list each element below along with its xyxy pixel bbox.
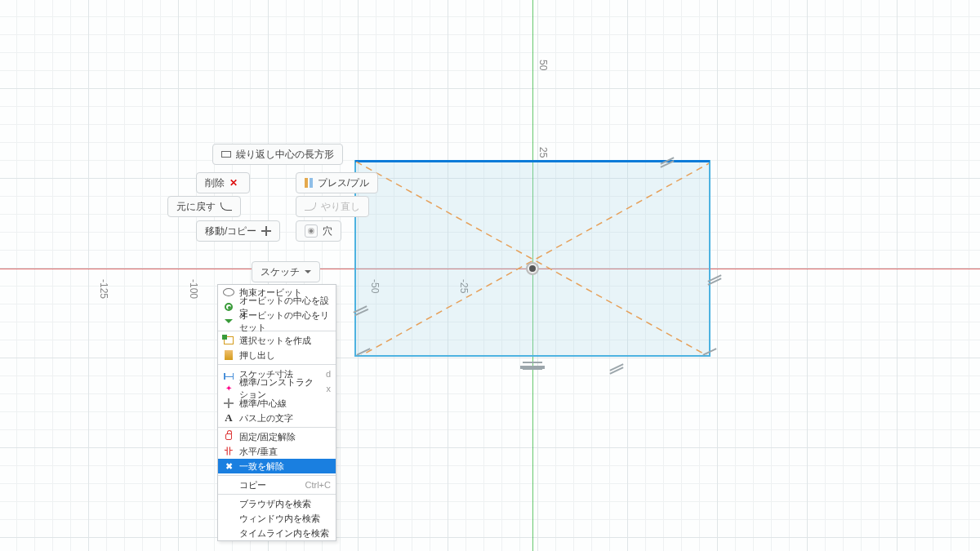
menu-label: オービットの中心をリセット	[239, 309, 331, 334]
chip-label: 繰り返し中心の長方形	[236, 148, 334, 162]
hole-button[interactable]: 穴	[296, 220, 341, 242]
axis-label: -125	[98, 279, 109, 299]
construction-icon: ✦	[223, 383, 234, 394]
menu-create-selection-set[interactable]: 選択セットを作成	[218, 333, 336, 348]
blank-icon	[223, 479, 234, 491]
hole-icon	[305, 224, 318, 238]
menu-break-coincident[interactable]: ✖ 一致を解除	[218, 459, 336, 473]
menu-label: 標準/中心線	[239, 398, 287, 410]
menu-search-window[interactable]: ウィンドウ内を検索	[218, 511, 336, 526]
sketch-dropdown[interactable]: スケッチ	[252, 261, 320, 282]
redo-button[interactable]: やり直し	[296, 196, 369, 217]
menu-label: 一致を解除	[239, 460, 284, 473]
chip-label: プレス/プル	[318, 176, 369, 190]
selection-set-icon	[223, 335, 234, 346]
menu-label: パス上の文字	[239, 412, 293, 424]
pin-icon	[223, 316, 234, 327]
lock-icon	[223, 431, 234, 442]
axis-label: -100	[188, 279, 199, 299]
constraint-tick-icon	[660, 160, 675, 167]
menu-normal-construction[interactable]: ✦ 標準/コンストラクション x	[218, 381, 336, 396]
undo-button[interactable]: 元に戻す	[167, 196, 241, 217]
constraint-tick-icon	[609, 367, 624, 373]
centerline-icon	[223, 398, 234, 409]
chip-label: 削除	[205, 176, 225, 190]
origin-point-icon[interactable]	[528, 264, 537, 273]
chip-label: やり直し	[321, 200, 360, 214]
presspull-button[interactable]: プレス/プル	[296, 172, 378, 193]
menu-label: タイムライン内を検索	[239, 527, 329, 540]
menu-search-timeline[interactable]: タイムライン内を検索	[218, 526, 336, 540]
undo-icon	[220, 202, 232, 211]
menu-label: コピー	[239, 479, 266, 491]
blank-icon	[223, 498, 234, 509]
orbit-icon	[223, 287, 234, 298]
chip-label: 移動/コピー	[205, 224, 256, 238]
sketch-rectangle[interactable]	[354, 160, 710, 357]
menu-label: ウィンドウ内を検索	[239, 513, 320, 525]
delete-button[interactable]: 削除 ✕	[196, 172, 250, 193]
midpoint-mark-icon	[523, 362, 542, 370]
menu-separator	[218, 475, 336, 476]
menu-separator	[218, 427, 336, 428]
constraint-tick-icon	[702, 351, 717, 358]
menu-text-on-path[interactable]: A パス上の文字	[218, 411, 336, 425]
blank-icon	[223, 513, 234, 524]
axis-label: 50	[537, 60, 549, 70]
axis-label: 25	[537, 147, 549, 158]
chip-label: スケッチ	[261, 265, 300, 279]
menu-search-browser[interactable]: ブラウザ内を検索	[218, 496, 336, 511]
construction-diagonals	[356, 162, 709, 355]
move-icon	[261, 226, 271, 236]
menu-label: 固定/固定解除	[239, 431, 296, 443]
menu-fix-unfix[interactable]: 固定/固定解除	[218, 429, 336, 444]
context-menu: 拘束オービット オービットの中心を設定 オービットの中心をリセット 選択セットを…	[217, 284, 336, 541]
move-copy-button[interactable]: 移動/コピー	[196, 220, 280, 242]
redo-icon	[305, 202, 316, 211]
menu-separator	[218, 494, 336, 495]
menu-label: 選択セットを作成	[239, 335, 311, 347]
extrude-icon	[223, 349, 234, 361]
menu-copy[interactable]: コピー Ctrl+C	[218, 478, 336, 492]
menu-shortcut: Ctrl+C	[305, 480, 331, 490]
menu-horizontal-vertical[interactable]: 卝 水平/垂直	[218, 444, 336, 459]
target-icon	[223, 301, 234, 313]
svg-line-0	[356, 162, 709, 355]
menu-orbit-reset-center[interactable]: オービットの中心をリセット	[218, 314, 336, 329]
break-constraint-icon: ✖	[223, 460, 234, 472]
menu-separator	[218, 364, 336, 365]
menu-shortcut: x	[327, 384, 332, 393]
sketch-canvas[interactable]: -125 -100 -50 -25 25 50	[0, 0, 980, 551]
repeat-center-rectangle-button[interactable]: 繰り返し中心の長方形	[212, 144, 343, 165]
menu-shortcut: d	[326, 369, 331, 379]
presspull-icon	[305, 178, 313, 188]
menu-label: 水平/垂直	[239, 446, 278, 458]
menu-label: ブラウザ内を検索	[239, 498, 311, 510]
letter-a-icon: A	[223, 412, 234, 424]
x-icon: ✕	[229, 177, 241, 189]
hv-icon: 卝	[223, 446, 234, 457]
chip-label: 穴	[323, 224, 332, 238]
dimension-icon	[223, 368, 234, 380]
menu-extrude[interactable]: 押し出し	[218, 348, 336, 362]
rectangle-icon	[221, 151, 231, 158]
constraint-tick-icon	[707, 278, 722, 284]
chip-label: 元に戻す	[176, 200, 216, 214]
constraint-tick-icon	[356, 351, 371, 358]
menu-label: 押し出し	[239, 349, 275, 362]
blank-icon	[223, 527, 234, 539]
